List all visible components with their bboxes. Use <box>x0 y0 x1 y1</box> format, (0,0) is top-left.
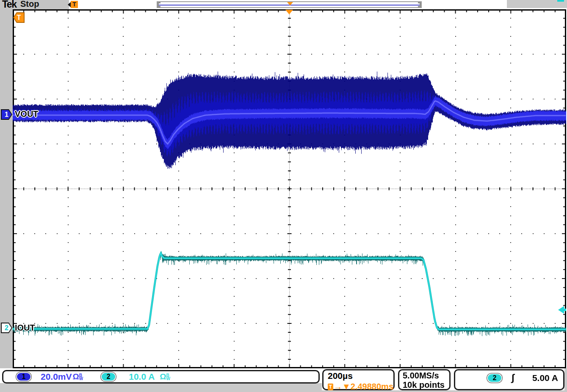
timebase-scale: 200µs <box>328 371 393 381</box>
header-bar: Tek Stop T <box>0 0 567 9</box>
ch2-bandwidth-icon: BW <box>166 374 170 381</box>
trigger-delay-readout: →▼2.49880ms <box>334 382 393 392</box>
record-window-bracket-right <box>418 2 421 7</box>
trigger-delay-row: T →▼2.49880ms <box>328 382 393 392</box>
ch1-level-marker[interactable]: 1 <box>1 109 12 120</box>
ch2-impedance-icon: Ω <box>160 372 166 381</box>
trigger-level-marker[interactable] <box>558 306 566 314</box>
sample-rate: 5.00MS/s <box>403 371 449 380</box>
ch2-waveform-label: IOUT <box>15 323 35 333</box>
acquisition-status: Stop <box>20 0 39 9</box>
ch1-badge: 1 <box>16 372 31 381</box>
acquisition-readout-box: 5.00MS/s 10k points <box>398 369 451 390</box>
trigger-readout-box: 2 ∫ 5.00 A <box>454 369 564 390</box>
ch2-level-marker[interactable]: 2 <box>1 323 12 333</box>
record-length: 10k points <box>403 380 449 389</box>
graticule-left-margin <box>0 9 13 368</box>
ch1-impedance-icon: Ω <box>73 372 79 381</box>
rising-edge-icon: ∫ <box>512 372 514 384</box>
ch1-bandwidth-icon: BW <box>79 374 83 381</box>
record-window-bracket-left <box>158 2 160 7</box>
trigger-time-marker[interactable]: T <box>13 12 25 23</box>
trigger-source-badge: 2 <box>487 373 502 383</box>
ch1-waveform-label: VOUT <box>15 109 39 119</box>
tek-logo: Tek <box>2 0 16 10</box>
readout-strip: 1 20.0mV Ω BW 2 10.0 A Ω BW 200µs T →▼2.… <box>0 368 567 392</box>
trigger-offscreen-icon: T <box>68 1 79 8</box>
channel-readout-box: 1 20.0mV Ω BW 2 10.0 A Ω BW <box>2 370 320 384</box>
trigger-t-icon: T <box>328 384 333 390</box>
waveform-display <box>13 9 566 368</box>
ch2-scale: 10.0 A <box>129 372 155 382</box>
ch1-scale: 20.0mV <box>41 372 72 382</box>
record-trigger-position-icon[interactable] <box>287 2 293 6</box>
timebase-readout-box: 200µs T →▼2.49880ms <box>322 369 395 390</box>
left-triangle-icon <box>558 306 564 314</box>
trigger-t-icon: T <box>71 1 78 8</box>
ch2-badge: 2 <box>101 372 116 381</box>
record-view-bar[interactable] <box>157 1 422 8</box>
trigger-position-marker[interactable] <box>285 10 293 14</box>
corner-cyan-indicator <box>557 0 564 2</box>
trigger-level-readout: 5.00 A <box>532 373 558 383</box>
